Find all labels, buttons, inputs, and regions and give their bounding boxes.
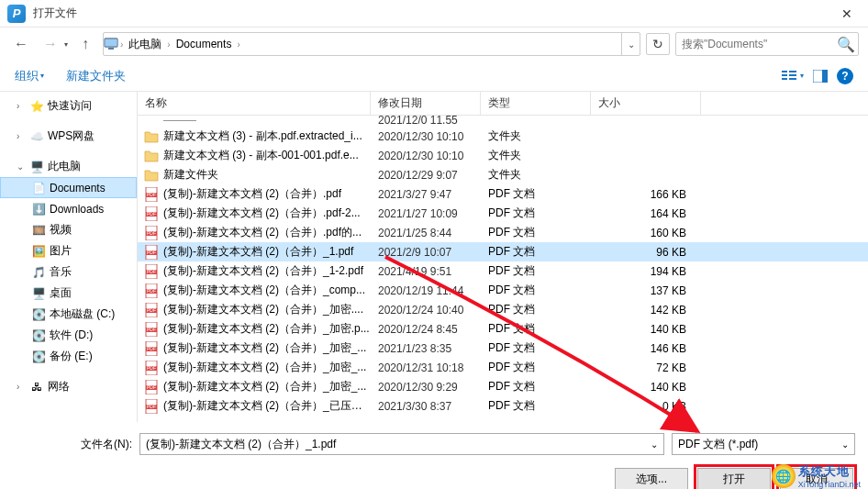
open-button[interactable]: 打开 (697, 468, 771, 489)
file-date: 2021/1/25 8:44 (371, 227, 481, 239)
file-row[interactable]: PDF(复制)-新建文本文档 (2)（合并）_加密_...2020/12/31 … (138, 358, 868, 377)
pdf-icon: PDF (143, 341, 160, 356)
sidebar-item-music[interactable]: 🎵音乐 (0, 261, 137, 283)
file-name: (复制)-新建文本文档 (2)（合并）_comp... (163, 283, 371, 298)
file-row[interactable]: PDF(复制)-新建文本文档 (2)（合并）_加密_...2020/12/30 … (138, 377, 868, 396)
nav-back-button[interactable]: ← (9, 32, 33, 56)
col-date[interactable]: 修改日期 (371, 92, 481, 115)
filetype-filter[interactable]: PDF 文档 (*.pdf) ⌄ (672, 433, 855, 455)
svg-text:PDF: PDF (147, 192, 156, 197)
search-box[interactable]: 🔍 (675, 32, 859, 56)
new-folder-button[interactable]: 新建文件夹 (66, 68, 126, 84)
nav-forward-button[interactable]: → (39, 32, 62, 56)
file-row[interactable]: PDF(复制)-新建文本文档 (2)（合并）_加密....2020/12/24 … (138, 300, 868, 319)
network-icon: 🖧 (29, 380, 44, 395)
breadcrumb-pc[interactable]: 此电脑 (125, 37, 165, 52)
preview-pane-icon (813, 70, 828, 83)
sidebar-label: 网络 (48, 379, 70, 395)
file-date: 2021/2/9 10:07 (371, 246, 481, 259)
file-type: PDF 文档 (481, 225, 591, 240)
filter-dropdown[interactable]: ⌄ (836, 439, 854, 450)
file-row[interactable]: ———2021/12/0 11.55 (138, 116, 868, 127)
col-size[interactable]: 大小 (591, 92, 701, 115)
file-row[interactable]: 新建文件夹2020/12/29 9:07文件夹 (138, 165, 868, 184)
sidebar-label: 软件 (D:) (50, 328, 93, 343)
svg-rect-7 (789, 74, 796, 76)
col-type[interactable]: 类型 (481, 92, 591, 115)
nav-history-dropdown[interactable]: ▾ (64, 40, 68, 49)
organize-menu[interactable]: 组织▾ (15, 68, 44, 84)
view-list-icon (782, 70, 798, 83)
address-bar[interactable]: › 此电脑 › Documents › ⌄ (103, 32, 640, 56)
nav-up-button[interactable]: ↑ (73, 32, 97, 56)
expand-icon: › (17, 131, 26, 141)
file-row[interactable]: PDF(复制)-新建文本文档 (2)（合并）.pdf的...2021/1/25 … (138, 223, 868, 242)
refresh-button[interactable]: ↻ (646, 33, 670, 55)
sidebar-item-pictures[interactable]: 🖼️图片 (0, 240, 137, 261)
file-type: PDF 文档 (481, 206, 591, 221)
sidebar-label: 快速访问 (48, 98, 92, 114)
sidebar-item-desktop[interactable]: 🖥️桌面 (0, 283, 137, 304)
title-bar: P 打开文件 ✕ (0, 0, 868, 28)
file-name: 新建文件夹 (163, 167, 371, 183)
breadcrumb-documents[interactable]: Documents (172, 38, 236, 50)
expand-icon: › (17, 382, 26, 392)
sidebar-item-documents[interactable]: 📄Documents (0, 177, 137, 198)
file-date: 2020/12/31 10:18 (371, 361, 481, 374)
desktop-icon: 🖥️ (31, 286, 46, 301)
file-size: 96 KB (591, 246, 694, 259)
file-name: (复制)-新建文本文档 (2)（合并）_1-2.pdf (163, 263, 371, 279)
view-mode-button[interactable]: ▾ (782, 70, 804, 83)
sidebar-item-disk-d[interactable]: 💽软件 (D:) (0, 325, 137, 346)
file-row[interactable]: PDF(复制)-新建文本文档 (2)（合并）_加密_...2021/1/23 8… (138, 339, 868, 358)
folder-icon (143, 129, 160, 144)
address-dropdown[interactable]: ⌄ (621, 33, 640, 55)
sidebar-item-videos[interactable]: 🎞️视频 (0, 219, 137, 240)
watermark-icon: 🌐 (772, 464, 796, 488)
file-row[interactable]: PDF(复制)-新建文本文档 (2)（合并）_1-2.pdf2021/4/19 … (138, 261, 868, 281)
sidebar-item-network[interactable]: ›🖧网络 (0, 376, 137, 397)
file-type: 文件夹 (481, 167, 591, 183)
file-size: 72 KB (591, 361, 694, 374)
file-row[interactable]: PDF(复制)-新建文本文档 (2)（合并）_加密.p...2020/12/24… (138, 319, 868, 339)
file-date: 2020/12/30 9:29 (371, 381, 481, 394)
filename-input-wrapper[interactable]: ⌄ (139, 433, 664, 455)
sidebar-item-thispc[interactable]: ⌄🖥️此电脑 (0, 156, 137, 177)
pdf-icon: PDF (143, 322, 160, 337)
file-row[interactable]: PDF(复制)-新建文本文档 (2)（合并）_1.pdf2021/2/9 10:… (138, 242, 868, 261)
file-name: (复制)-新建文本文档 (2)（合并）_已压缩... (163, 398, 371, 414)
file-row[interactable]: PDF(复制)-新建文本文档 (2)（合并）_comp...2020/12/19… (138, 281, 868, 300)
file-date: 2020/12/30 10:10 (371, 130, 481, 143)
svg-text:PDF: PDF (147, 288, 156, 294)
filter-label: PDF 文档 (*.pdf) (673, 437, 836, 452)
file-list[interactable]: ———2021/12/0 11.55新建文本文档 (3) - 副本.pdf.ex… (138, 116, 868, 422)
file-row[interactable]: PDF(复制)-新建文本文档 (2)（合并）_已压缩...2021/3/30 8… (138, 396, 868, 416)
filename-dropdown[interactable]: ⌄ (645, 439, 663, 450)
sidebar-item-downloads[interactable]: ⬇️Downloads (0, 198, 137, 219)
svg-text:PDF: PDF (147, 211, 156, 217)
close-button[interactable]: ✕ (833, 0, 861, 28)
file-row[interactable]: PDF(复制)-新建文本文档 (2)（合并）.pdf-2...2021/1/27… (138, 204, 868, 223)
file-type: PDF 文档 (481, 244, 591, 260)
sidebar-item-disk-e[interactable]: 💽备份 (E:) (0, 346, 137, 367)
sidebar-item-disk-c[interactable]: 💽本地磁盘 (C:) (0, 304, 137, 325)
sidebar-item-wps[interactable]: ›☁️WPS网盘 (0, 126, 137, 147)
col-name[interactable]: 名称 (138, 92, 371, 115)
open-label: 打开 (723, 472, 745, 487)
svg-rect-6 (789, 71, 796, 72)
svg-rect-2 (108, 48, 114, 50)
options-button[interactable]: 选项... (615, 468, 688, 489)
svg-rect-8 (789, 78, 796, 80)
file-row[interactable]: 新建文本文档 (3) - 副本-001-001.pdf.e...2020/12/… (138, 146, 868, 165)
sidebar-item-quick-access[interactable]: ›⭐快速访问 (0, 95, 137, 117)
search-icon[interactable]: 🔍 (834, 36, 858, 53)
file-row[interactable]: 新建文本文档 (3) - 副本.pdf.extracted_i...2020/1… (138, 127, 868, 146)
search-input[interactable] (676, 38, 834, 50)
filename-input[interactable] (140, 438, 645, 450)
preview-pane-button[interactable] (813, 70, 828, 83)
organize-label: 组织 (15, 68, 39, 84)
svg-text:PDF: PDF (147, 307, 156, 313)
file-name: (复制)-新建文本文档 (2)（合并）_加密_... (163, 379, 371, 395)
help-button[interactable]: ? (837, 68, 853, 84)
file-row[interactable]: PDF(复制)-新建文本文档 (2)（合并）.pdf2021/3/27 9:47… (138, 184, 868, 204)
